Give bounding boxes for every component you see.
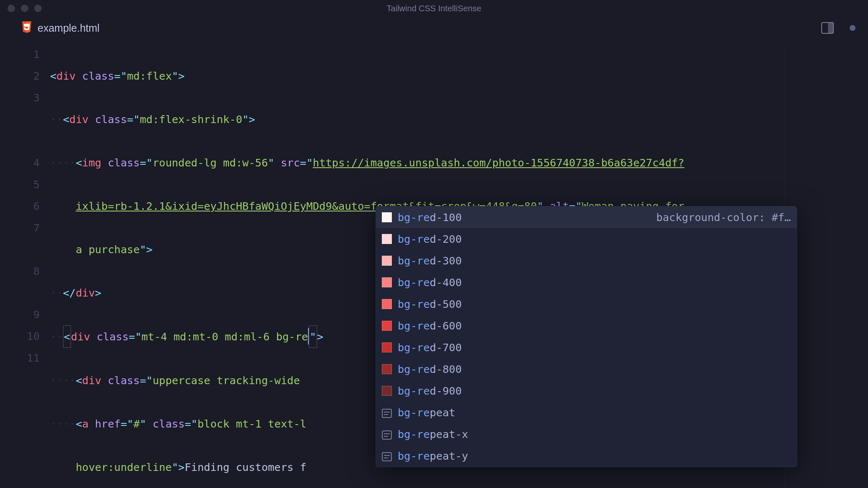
intellisense-item[interactable]: bg-red-700: [376, 337, 797, 358]
intellisense-label: bg-red-300: [398, 254, 462, 267]
code-line[interactable]: <div class="md:flex">: [50, 65, 868, 87]
svg-rect-2: [382, 409, 391, 418]
modified-indicator-icon: [850, 25, 855, 31]
color-swatch-icon: [382, 342, 392, 352]
intellisense-label: bg-red-200: [398, 233, 462, 245]
intellisense-item[interactable]: bg-red-800: [376, 358, 797, 380]
intellisense-label: bg-repeat-y: [398, 450, 468, 462]
window-title: Tailwind CSS IntelliSense: [0, 4, 868, 13]
code-line[interactable]: ····<img class="rounded-lg md:w-56" src=…: [50, 152, 868, 174]
tab-example-html[interactable]: example.html: [18, 17, 103, 39]
html-file-icon: [21, 21, 33, 35]
intellisense-item[interactable]: bg-repeat-x: [376, 423, 797, 445]
editor-window: Tailwind CSS IntelliSense example.html 1…: [0, 0, 868, 488]
intellisense-item[interactable]: bg-red-100background-color: #f…: [376, 206, 797, 228]
editor-actions: [821, 17, 855, 39]
intellisense-label: bg-repeat: [398, 406, 455, 419]
intellisense-item[interactable]: bg-red-900: [376, 380, 797, 402]
line-number-gutter: 1 2 3 4 5 6 7 8 9 10 11: [0, 43, 50, 488]
titlebar: Tailwind CSS IntelliSense: [0, 0, 868, 17]
svg-rect-5: [382, 431, 391, 439]
intellisense-popup[interactable]: bg-red-100background-color: #f…bg-red-20…: [376, 206, 797, 467]
intellisense-item[interactable]: bg-repeat: [376, 402, 797, 423]
color-swatch-icon: [382, 234, 392, 244]
intellisense-item[interactable]: bg-red-400: [376, 272, 797, 293]
intellisense-item[interactable]: bg-repeat-y: [376, 445, 797, 467]
intellisense-item[interactable]: bg-red-500: [376, 293, 797, 315]
code-line[interactable]: ··<div class="md:flex-shrink-0">: [50, 108, 868, 130]
intellisense-label: bg-red-400: [398, 276, 462, 289]
property-kind-icon: [382, 408, 392, 417]
intellisense-item[interactable]: bg-red-600: [376, 315, 797, 337]
property-kind-icon: [382, 451, 392, 460]
color-swatch-icon: [382, 364, 392, 374]
intellisense-label: bg-red-800: [398, 363, 462, 375]
intellisense-label: bg-red-600: [398, 319, 462, 332]
color-swatch-icon: [382, 321, 392, 331]
tab-filename: example.html: [38, 22, 100, 34]
color-swatch-icon: [382, 299, 392, 309]
split-editor-icon[interactable]: [821, 22, 834, 34]
intellisense-label: bg-repeat-x: [398, 428, 468, 440]
intellisense-label: bg-red-500: [398, 298, 462, 310]
tab-bar: example.html: [0, 17, 868, 39]
color-swatch-icon: [382, 277, 392, 287]
intellisense-label: bg-red-100: [398, 211, 462, 224]
property-kind-icon: [382, 430, 392, 439]
color-swatch-icon: [382, 256, 392, 266]
intellisense-label: bg-red-700: [398, 341, 462, 354]
intellisense-item[interactable]: bg-red-300: [376, 250, 797, 272]
svg-rect-8: [382, 453, 391, 461]
color-swatch-icon: [382, 212, 392, 222]
svg-rect-1: [828, 23, 833, 33]
intellisense-doc: background-color: #f…: [656, 211, 791, 224]
color-swatch-icon: [382, 386, 392, 396]
intellisense-item[interactable]: bg-red-200: [376, 228, 797, 250]
intellisense-label: bg-red-900: [398, 385, 462, 397]
